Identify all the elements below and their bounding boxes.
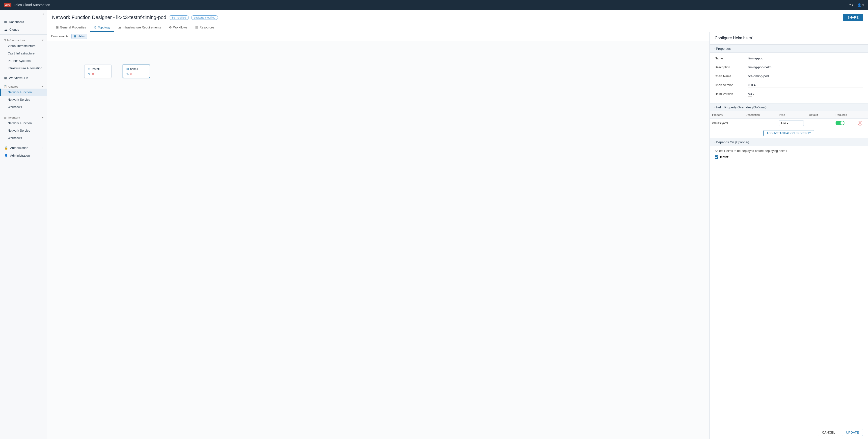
tab-label-resources: Resources	[199, 26, 214, 29]
col-header-default: Default	[806, 111, 833, 119]
property-description-input[interactable]	[746, 122, 766, 125]
delete-helm1-button[interactable]: ⊗	[130, 72, 132, 76]
name-input[interactable]	[748, 56, 863, 61]
sidebar-item-partner-systems[interactable]: Partner Systems	[0, 57, 47, 65]
properties-section-label: Properties	[716, 47, 731, 50]
testnf1-checkbox[interactable]	[715, 156, 718, 159]
delete-row-button[interactable]: ✕	[858, 121, 862, 126]
node-helm1[interactable]: ⊞ helm1 ✎ ⊗	[123, 65, 150, 78]
sidebar-label-inventory-workflows: Workflows	[8, 136, 22, 140]
description-input[interactable]	[748, 65, 863, 70]
depends-on-section-body: Select Helms to be deployed before deplo…	[710, 146, 868, 162]
sidebar-label-caas-infrastructure: CaaS Infrastructure	[8, 52, 34, 55]
overrides-section-label: Helm Property Overrides (Optional)	[716, 105, 767, 109]
properties-section-header[interactable]: › Properties	[710, 44, 868, 53]
sidebar-item-caas-infrastructure[interactable]: CaaS Infrastructure	[0, 50, 47, 57]
sidebar-item-virtual-infrastructure[interactable]: Virtual Infrastructure	[0, 42, 47, 50]
description-cell	[743, 119, 777, 128]
tab-workflows[interactable]: ⚙ Workflows	[165, 24, 191, 32]
sidebar-item-catalog-workflows[interactable]: Workflows	[0, 103, 47, 111]
form-row-chart-name: Chart Name	[715, 73, 863, 79]
chart-name-input[interactable]	[748, 73, 863, 79]
divider-2	[0, 73, 47, 73]
sidebar-label-catalog-network-service: Network Service	[8, 98, 30, 101]
chart-version-input[interactable]	[748, 82, 863, 88]
top-nav: vmw Telco Cloud Automation ? ▾ 👤 ▾	[0, 0, 868, 10]
chevron-down-icon-catalog: ▾	[42, 85, 43, 88]
cancel-button[interactable]: CANCEL	[818, 429, 839, 436]
help-button[interactable]: ? ▾	[849, 3, 854, 7]
components-bar: Components: ⊞ Helm	[47, 32, 709, 41]
file-modified-badge: file modified	[169, 15, 189, 20]
helm-version-wrapper: v3 v2 ▾	[748, 91, 863, 97]
sidebar-section-inventory[interactable]: 🗃 Inventory ▾	[0, 114, 47, 120]
share-button[interactable]: SHARE	[843, 14, 863, 21]
canvas-body[interactable]: ⊞ testnf1 ✎ ⊗ ⊞ helm1	[47, 41, 709, 439]
overrides-section-body: Property Description Type Default Requir…	[710, 111, 868, 138]
topology-canvas: Components: ⊞ Helm	[47, 32, 709, 439]
collapse-button[interactable]: «	[42, 12, 44, 16]
grid-icon: ⊞	[4, 20, 7, 24]
tab-resources[interactable]: ☰ Resources	[191, 24, 218, 32]
main-content: Network Function Designer - llc-c3-testn…	[47, 10, 868, 439]
node-helm1-label: helm1	[130, 67, 138, 71]
vmware-logo: vmw	[4, 3, 11, 7]
node-helm1-title: ⊞ helm1	[126, 67, 146, 71]
sidebar-item-clouds[interactable]: ☁ Clouds	[0, 26, 47, 33]
sidebar-item-inventory-network-service[interactable]: Network Service	[0, 127, 47, 134]
app-title: Telco Cloud Automation	[14, 3, 50, 7]
delete-cell[interactable]: ✕	[856, 119, 868, 128]
sidebar-collapse[interactable]: «	[0, 10, 47, 18]
required-toggle[interactable]	[836, 121, 844, 125]
form-row-description: Description	[715, 65, 863, 70]
col-header-actions	[856, 111, 868, 119]
tab-infrastructure-requirements[interactable]: ☁ Infrastructure Requirements	[114, 24, 165, 32]
sidebar-item-authorization[interactable]: 🔒 Authorization ›	[0, 144, 47, 152]
properties-arrow-icon: ›	[714, 47, 714, 50]
helm-chip[interactable]: ⊞ Helm	[71, 34, 87, 39]
overrides-table: Property Description Type Default Requir…	[710, 111, 868, 128]
delete-testnf1-button[interactable]: ⊗	[92, 72, 94, 76]
required-cell[interactable]	[833, 119, 856, 128]
type-cell[interactable]: File ▾	[776, 119, 806, 128]
edit-testnf1-button[interactable]: ✎	[88, 72, 90, 76]
property-input[interactable]	[712, 122, 732, 125]
sidebar-item-infra-automation[interactable]: Infrastructure Automation	[0, 65, 47, 72]
overrides-section-header[interactable]: › Helm Property Overrides (Optional)	[710, 103, 868, 111]
sidebar-item-workflow-hub[interactable]: ⊞ Workflow Hub	[0, 74, 47, 82]
panel-spacer	[710, 162, 868, 426]
overrides-arrow-icon: ›	[714, 106, 714, 109]
sidebar-section-infrastructure[interactable]: ⊟ Infrastructure ▾	[0, 37, 47, 42]
sidebar-item-inventory-network-function[interactable]: Network Function	[0, 120, 47, 127]
helm-version-select[interactable]: v3 v2	[748, 91, 752, 97]
node-testnf1[interactable]: ⊞ testnf1 ✎ ⊗	[84, 65, 112, 78]
depends-on-section-header[interactable]: › Depends On (Optional)	[710, 138, 868, 146]
add-instantiation-property-button[interactable]: ADD INSTANTIATION PROPERTY	[764, 130, 814, 136]
sidebar-label-catalog: Catalog	[8, 85, 18, 88]
configure-panel-header: Configure Helm helm1	[710, 32, 868, 44]
sidebar-item-administration[interactable]: 👤 Administration ›	[0, 152, 47, 159]
sidebar-label-infra-automation: Infrastructure Automation	[8, 67, 42, 70]
user-button[interactable]: 👤 ▾	[857, 3, 864, 7]
sidebar-item-catalog-network-service[interactable]: Network Service	[0, 96, 47, 103]
configure-panel: Configure Helm helm1 › Properties Name D…	[709, 32, 868, 439]
edit-helm1-button[interactable]: ✎	[126, 72, 129, 76]
type-value: File	[781, 122, 786, 125]
property-cell	[710, 119, 743, 128]
default-input[interactable]	[809, 122, 824, 125]
sidebar-item-catalog-network-function[interactable]: Network Function	[0, 89, 47, 96]
sidebar-item-dashboard[interactable]: ⊞ Dashboard	[0, 18, 47, 26]
tab-topology[interactable]: ⊙ Topology	[90, 24, 114, 32]
node-testnf1-title: ⊞ testnf1	[88, 67, 108, 71]
type-select[interactable]: File ▾	[779, 121, 804, 126]
depends-on-arrow-icon: ›	[714, 141, 714, 143]
tab-general-properties[interactable]: ⊞ General Properties	[52, 24, 90, 32]
chevron-right-icon-auth: ›	[42, 146, 43, 149]
sidebar-section-catalog[interactable]: 📋 Catalog ▾	[0, 83, 47, 89]
divider-1	[0, 34, 47, 35]
sidebar-item-inventory-workflows[interactable]: Workflows	[0, 134, 47, 142]
update-button[interactable]: UPDATE	[842, 429, 863, 436]
form-row-helm-version: Helm Version v3 v2 ▾	[715, 91, 863, 97]
node-testnf1-actions: ✎ ⊗	[88, 72, 108, 76]
server-icon: ⊟	[3, 39, 6, 42]
